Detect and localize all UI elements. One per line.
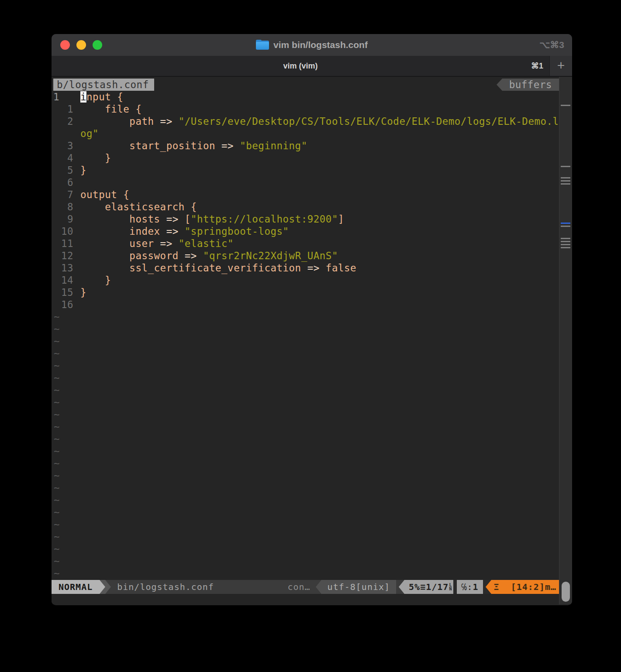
tilde-marker: ~ (52, 555, 559, 567)
tilde-marker: ~ (52, 482, 559, 494)
code-line: 14 } (53, 274, 559, 286)
line-number: 4 (53, 152, 73, 164)
line-number: 1 (53, 91, 73, 103)
code-text: hosts => ["https://localhost:9200"] (80, 213, 344, 225)
code-line: 1 file { (53, 103, 559, 115)
vim-statusline: NORMAL bin/logstash.conf con… utf-8[unix… (52, 580, 559, 594)
powerline-arrow-right (105, 580, 111, 594)
terminal-view[interactable]: b/logstash.conf buffers 1input {1 file {… (52, 77, 572, 604)
code-line: 9 hosts => ["https://localhost:9200"] (53, 213, 559, 225)
code-text: output { (80, 189, 129, 201)
code-text: elasticsearch { (80, 201, 197, 213)
code-lines: 1input {1 file {2 path => "/Users/eve/De… (52, 91, 559, 311)
zoom-button[interactable] (93, 40, 102, 50)
code-text: file { (80, 103, 141, 115)
tilde-marker: ~ (52, 494, 559, 506)
scrollbar-thumb[interactable] (562, 582, 570, 602)
vim-cursor: i (80, 91, 86, 103)
tilde-marker: ~ (52, 567, 559, 579)
tilde-marker: ~ (52, 335, 559, 347)
tilde-marker: ~ (52, 421, 559, 433)
vim-buffer-area[interactable]: b/logstash.conf buffers 1input {1 file {… (52, 77, 559, 580)
code-line: 12 password => "qrsr2rNc22XdjwR_UAnS" (53, 250, 559, 262)
code-line: 5} (53, 164, 559, 176)
minimize-button[interactable] (76, 40, 86, 50)
code-line: 7output { (53, 189, 559, 201)
scrollbar-track[interactable] (559, 77, 572, 604)
window-title: vim bin/logstash.conf (273, 40, 368, 50)
tilde-marker: ~ (52, 347, 559, 360)
tilde-marker: ~ (52, 470, 559, 482)
line-number-symbol: LN (449, 583, 452, 591)
tab-bar: vim (vim) ⌘1 + (52, 56, 572, 77)
statusline-encoding: utf-8[unix] (321, 580, 396, 594)
code-text: input { (80, 91, 123, 103)
statusline-position: 5%≡1/17LN (404, 580, 453, 594)
line-number (53, 127, 73, 140)
scrollbar-mark (561, 238, 570, 239)
tab-vim[interactable]: vim (vim) ⌘1 (52, 56, 549, 76)
mode-indicator: NORMAL (52, 580, 100, 594)
line-number: 3 (53, 140, 73, 152)
powerline-arrow-left (497, 79, 502, 91)
traffic-lights (52, 40, 102, 50)
code-line: og" (53, 127, 559, 140)
code-line: 15} (53, 286, 559, 298)
tilde-marker: ~ (52, 408, 559, 421)
tab-title: vim (vim) (283, 62, 317, 71)
code-line: 13 ssl_certificate_verification => false (53, 262, 559, 274)
code-line: 2 path => "/Users/eve/Desktop/CS/Tools/E… (53, 115, 559, 127)
code-line: 4 } (53, 152, 559, 164)
line-number: 11 (53, 237, 73, 250)
window-shortcut-badge: ⌥⌘3 (539, 34, 564, 56)
code-text: og" (80, 127, 99, 140)
buffer-tab[interactable]: b/logstash.conf (53, 79, 154, 91)
statusline-filename: bin/logstash.conf (111, 580, 214, 594)
scrollbar-mark-blue (561, 223, 570, 224)
code-line: 3 start_position => "beginning" (53, 140, 559, 152)
line-number: 9 (53, 213, 73, 225)
statusline-column: ℅:1 (457, 580, 483, 594)
code-text: password => "qrsr2rNc22XdjwR_UAnS" (80, 250, 338, 262)
code-text: } (80, 164, 86, 176)
code-line: 8 elasticsearch { (53, 201, 559, 213)
new-tab-button[interactable]: + (549, 56, 572, 76)
tilde-marker: ~ (52, 531, 559, 543)
scrollbar-mark (561, 226, 570, 227)
line-number: 1 (53, 103, 73, 115)
vim-command-line (52, 594, 572, 604)
line-number: 2 (53, 115, 73, 127)
tilde-marker: ~ (52, 396, 559, 408)
close-button[interactable] (60, 40, 70, 50)
tilde-marker: ~ (52, 311, 559, 323)
tilde-marker: ~ (52, 384, 559, 396)
tilde-marker: ~ (52, 518, 559, 531)
scrollbar-mark (561, 241, 570, 242)
buffers-label: buffers (502, 79, 559, 91)
empty-buffer-tildes: ~~~~~~~~~~~~~~~~~~~~~~ (52, 311, 559, 579)
line-number: 6 (53, 176, 73, 189)
tab-shortcut-badge: ⌘1 (531, 61, 543, 71)
window-titlebar[interactable]: vim bin/logstash.conf ⌥⌘3 (52, 34, 572, 56)
code-line: 6 (53, 176, 559, 189)
line-number: 12 (53, 250, 73, 262)
plus-icon: + (557, 59, 565, 72)
code-text: ssl_certificate_verification => false (80, 262, 356, 274)
tilde-marker: ~ (52, 457, 559, 470)
tilde-marker: ~ (52, 323, 559, 335)
line-number: 15 (53, 286, 73, 298)
line-number: 8 (53, 201, 73, 213)
code-text: user => "elastic" (80, 237, 234, 250)
scrollbar-mark (561, 247, 570, 248)
tilde-marker: ~ (52, 506, 559, 518)
scrollbar-mark (561, 183, 570, 185)
line-number: 13 (53, 262, 73, 274)
tilde-marker: ~ (52, 372, 559, 384)
scrollbar-mark (561, 105, 570, 106)
vim-tabline: b/logstash.conf buffers (53, 79, 559, 91)
line-number: 5 (53, 164, 73, 176)
scrollbar-mark (561, 166, 570, 167)
scrollbar-mark (561, 180, 570, 182)
code-line: 11 user => "elastic" (53, 237, 559, 250)
code-text: } (80, 152, 111, 164)
